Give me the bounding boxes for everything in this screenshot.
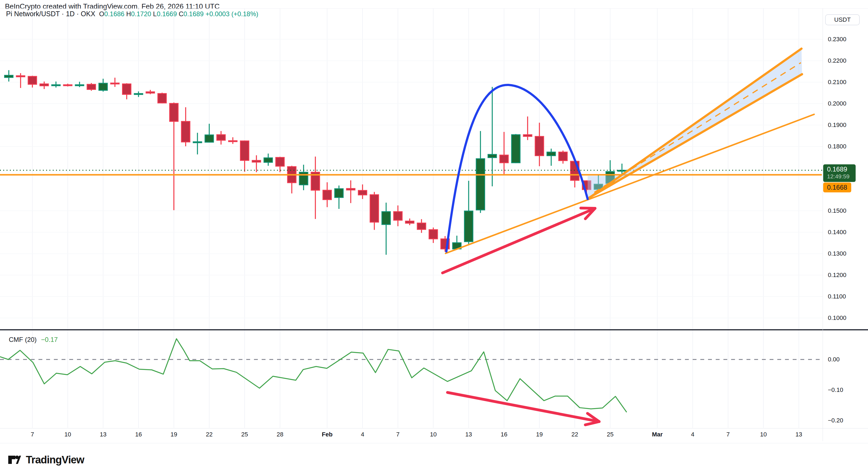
close-label: C <box>179 10 183 18</box>
candle-body[interactable] <box>512 135 520 163</box>
candle-body[interactable] <box>63 85 72 86</box>
price-tick-label: 0.2200 <box>828 57 866 64</box>
candle-body[interactable] <box>417 223 426 229</box>
candle-body[interactable] <box>405 221 414 223</box>
support-trendline[interactable] <box>445 114 814 253</box>
time-tick-label: Feb <box>315 431 339 438</box>
candle-body[interactable] <box>134 93 143 95</box>
candle-body[interactable] <box>123 84 131 94</box>
channel-upper-edge[interactable] <box>588 49 802 199</box>
candle-body[interactable] <box>193 142 202 143</box>
candle-body[interactable] <box>5 75 13 77</box>
candle-body[interactable] <box>16 76 25 77</box>
cmf-title[interactable]: CMF (20) <box>9 336 36 344</box>
candle-body[interactable] <box>264 158 272 162</box>
symbol-title[interactable]: Pi Network/USDT · 1D · OKX <box>6 10 95 18</box>
price-tick-label: 0.2300 <box>828 36 866 43</box>
candle-body[interactable] <box>500 155 508 163</box>
candle-body[interactable] <box>146 92 154 93</box>
candle-body[interactable] <box>394 212 402 220</box>
time-tick-label: 4 <box>350 431 375 438</box>
cmf-line[interactable] <box>0 339 627 413</box>
price-tick-label: 0.1800 <box>828 143 866 150</box>
time-tick-label: 28 <box>268 431 292 438</box>
candle-body[interactable] <box>75 85 84 86</box>
last-price-value: 0.1689 <box>823 165 856 173</box>
channel-lower-edge[interactable] <box>589 74 802 198</box>
candle-body[interactable] <box>547 152 556 156</box>
time-tick-label: 4 <box>680 431 705 438</box>
tradingview-logo-text: TradingView <box>26 454 84 466</box>
symbol-legend[interactable]: Pi Network/USDT · 1D · OKX O0.1686 H0.17… <box>6 10 258 18</box>
pane-separator[interactable] <box>0 329 868 330</box>
candle-body[interactable] <box>276 157 284 166</box>
chart-canvas[interactable] <box>0 0 868 476</box>
candle-body[interactable] <box>618 170 626 171</box>
candle-body[interactable] <box>205 135 214 142</box>
change-value: +0.0003 (+0.18%) <box>206 10 258 18</box>
time-tick-label: 7 <box>716 431 741 438</box>
open-value: 0.1686 <box>104 10 124 18</box>
candle-body[interactable] <box>559 152 567 160</box>
price-tick-label: 0.2000 <box>828 100 866 107</box>
candle-body[interactable] <box>158 93 166 103</box>
currency-toggle-button[interactable]: USDT <box>825 14 860 25</box>
time-axis-border <box>0 428 868 429</box>
candle-body[interactable] <box>359 190 367 195</box>
time-tick-label: 13 <box>91 431 116 438</box>
time-tick-label: 7 <box>385 431 410 438</box>
candle-body[interactable] <box>465 211 473 242</box>
candle-body[interactable] <box>252 160 260 162</box>
time-tick-label: 25 <box>232 431 257 438</box>
time-tick-label: 19 <box>162 431 186 438</box>
candle-body[interactable] <box>476 159 485 210</box>
candle-body[interactable] <box>169 103 178 122</box>
candle-body[interactable] <box>28 76 36 84</box>
candle-body[interactable] <box>241 141 249 160</box>
candle-body[interactable] <box>570 161 579 180</box>
time-tick-label: 10 <box>751 431 776 438</box>
time-tick-label: 13 <box>786 431 811 438</box>
price-tick-label: 0.1300 <box>828 250 866 257</box>
candle-body[interactable] <box>535 136 544 156</box>
price-tick-label: 0.1500 <box>828 207 866 214</box>
level-price-badge: 0.1668 <box>823 183 851 192</box>
candle-body[interactable] <box>99 83 107 90</box>
time-tick-label: 10 <box>56 431 80 438</box>
cmf-downtrend-arrow[interactable] <box>447 392 599 421</box>
cmf-value: −0.17 <box>41 336 58 344</box>
time-tick-label: 25 <box>598 431 623 438</box>
candle-body[interactable] <box>40 84 49 86</box>
candle-body[interactable] <box>217 135 225 140</box>
candle-body[interactable] <box>523 135 532 136</box>
close-value: 0.1689 <box>184 10 204 18</box>
candle-body[interactable] <box>229 141 237 142</box>
candle-body[interactable] <box>111 83 119 84</box>
high-value: 0.1720 <box>131 10 151 18</box>
tradingview-screenshot: BeInCrypto created with TradingView.com,… <box>0 0 868 476</box>
time-tick-label: 22 <box>197 431 221 438</box>
candle-body[interactable] <box>347 189 355 190</box>
candle-body[interactable] <box>87 84 96 90</box>
bar-countdown: 12:49:59 <box>823 173 856 180</box>
price-tick-label: 0.2100 <box>828 78 866 86</box>
open-label: O <box>99 10 104 18</box>
candle-body[interactable] <box>488 154 496 158</box>
cmf-tick-label: 0.00 <box>828 356 866 363</box>
price-tick-label: 0.1000 <box>828 314 866 322</box>
candle-body[interactable] <box>335 189 343 198</box>
candle-body[interactable] <box>181 122 190 142</box>
last-price-badge: 0.1689 12:49:59 <box>823 164 856 182</box>
time-tick-label: 22 <box>562 431 587 438</box>
candle-body[interactable] <box>429 230 438 239</box>
candle-body[interactable] <box>52 85 60 86</box>
time-tick-label: 10 <box>421 431 445 438</box>
time-tick-label: 16 <box>126 431 151 438</box>
tradingview-logo[interactable]: TradingView <box>8 453 84 467</box>
candle-body[interactable] <box>323 190 332 199</box>
candle-body[interactable] <box>382 212 390 225</box>
cmf-legend[interactable]: CMF (20) −0.17 <box>9 336 58 344</box>
candle-body[interactable] <box>370 195 378 222</box>
low-label: L <box>153 10 157 18</box>
price-tick-label: 0.1900 <box>828 122 866 129</box>
